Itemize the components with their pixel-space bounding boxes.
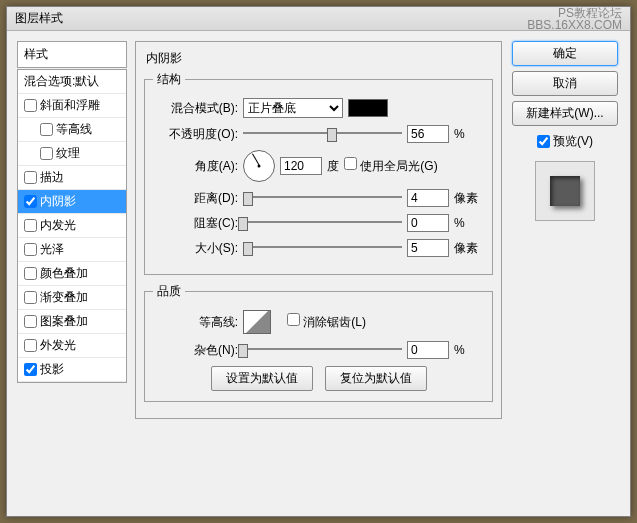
distance-label: 距离(D): xyxy=(153,190,238,207)
angle-label: 角度(A): xyxy=(153,158,238,175)
style-label-2: 等高线 xyxy=(56,121,92,138)
opacity-input[interactable] xyxy=(407,125,449,143)
style-label-8: 颜色叠加 xyxy=(40,265,88,282)
preview-checkbox[interactable] xyxy=(537,135,550,148)
style-label-6: 内发光 xyxy=(40,217,76,234)
choke-unit: % xyxy=(454,216,484,230)
style-item-0[interactable]: 混合选项:默认 xyxy=(18,70,126,94)
distance-input[interactable] xyxy=(407,189,449,207)
blend-mode-label: 混合模式(B): xyxy=(153,100,238,117)
settings-panel: 内阴影 结构 混合模式(B): 正片叠底 不透明度(O): % 角度(A): xyxy=(135,41,502,419)
size-label: 大小(S): xyxy=(153,240,238,257)
choke-label: 阻塞(C): xyxy=(153,215,238,232)
style-label-0: 混合选项:默认 xyxy=(24,73,99,90)
style-checkbox-3[interactable] xyxy=(40,147,53,160)
action-panel: 确定 取消 新建样式(W)... 预览(V) xyxy=(510,41,620,419)
styles-list: 混合选项:默认斜面和浮雕等高线纹理描边内阴影内发光光泽颜色叠加渐变叠加图案叠加外… xyxy=(17,69,127,383)
style-checkbox-10[interactable] xyxy=(24,315,37,328)
style-label-4: 描边 xyxy=(40,169,64,186)
noise-slider[interactable] xyxy=(243,342,402,358)
style-item-8[interactable]: 颜色叠加 xyxy=(18,262,126,286)
style-item-12[interactable]: 投影 xyxy=(18,358,126,382)
style-label-5: 内阴影 xyxy=(40,193,76,210)
window-title: 图层样式 xyxy=(15,10,63,27)
panel-title: 内阴影 xyxy=(144,50,493,67)
preview-box xyxy=(535,161,595,221)
noise-input[interactable] xyxy=(407,341,449,359)
reset-default-button[interactable]: 复位为默认值 xyxy=(325,366,427,391)
style-label-10: 图案叠加 xyxy=(40,313,88,330)
style-checkbox-8[interactable] xyxy=(24,267,37,280)
layer-style-dialog: 图层样式 PS教程论坛 BBS.16XX8.COM 样式 混合选项:默认斜面和浮… xyxy=(6,6,631,517)
opacity-unit: % xyxy=(454,127,484,141)
style-item-10[interactable]: 图案叠加 xyxy=(18,310,126,334)
style-checkbox-12[interactable] xyxy=(24,363,37,376)
style-label-3: 纹理 xyxy=(56,145,80,162)
style-item-7[interactable]: 光泽 xyxy=(18,238,126,262)
style-label-12: 投影 xyxy=(40,361,64,378)
choke-input[interactable] xyxy=(407,214,449,232)
title-bar: 图层样式 PS教程论坛 BBS.16XX8.COM xyxy=(7,7,630,31)
style-checkbox-11[interactable] xyxy=(24,339,37,352)
styles-panel: 样式 混合选项:默认斜面和浮雕等高线纹理描边内阴影内发光光泽颜色叠加渐变叠加图案… xyxy=(17,41,127,419)
style-item-9[interactable]: 渐变叠加 xyxy=(18,286,126,310)
angle-dial[interactable] xyxy=(243,150,275,182)
distance-slider[interactable] xyxy=(243,190,402,206)
style-checkbox-2[interactable] xyxy=(40,123,53,136)
global-light-checkbox[interactable] xyxy=(344,157,357,170)
noise-unit: % xyxy=(454,343,484,357)
blend-mode-select[interactable]: 正片叠底 xyxy=(243,98,343,118)
opacity-label: 不透明度(O): xyxy=(153,126,238,143)
preview-check[interactable]: 预览(V) xyxy=(537,133,593,150)
make-default-button[interactable]: 设置为默认值 xyxy=(211,366,313,391)
size-unit: 像素 xyxy=(454,240,484,257)
style-item-1[interactable]: 斜面和浮雕 xyxy=(18,94,126,118)
angle-unit: 度 xyxy=(327,158,339,175)
watermark: PS教程论坛 BBS.16XX8.COM xyxy=(527,7,622,31)
style-item-3[interactable]: 纹理 xyxy=(18,142,126,166)
style-checkbox-4[interactable] xyxy=(24,171,37,184)
style-checkbox-9[interactable] xyxy=(24,291,37,304)
antialias-checkbox[interactable] xyxy=(287,313,300,326)
style-checkbox-6[interactable] xyxy=(24,219,37,232)
style-item-5[interactable]: 内阴影 xyxy=(18,190,126,214)
angle-input[interactable] xyxy=(280,157,322,175)
antialias-check[interactable]: 消除锯齿(L) xyxy=(287,313,366,331)
style-checkbox-7[interactable] xyxy=(24,243,37,256)
style-label-11: 外发光 xyxy=(40,337,76,354)
style-checkbox-5[interactable] xyxy=(24,195,37,208)
structure-legend: 结构 xyxy=(153,71,185,88)
preview-swatch xyxy=(550,176,580,206)
style-label-9: 渐变叠加 xyxy=(40,289,88,306)
new-style-button[interactable]: 新建样式(W)... xyxy=(512,101,618,126)
style-item-6[interactable]: 内发光 xyxy=(18,214,126,238)
quality-group: 品质 等高线: 消除锯齿(L) 杂色(N): % 设置为默认值 复位为默认值 xyxy=(144,283,493,402)
contour-picker[interactable] xyxy=(243,310,271,334)
style-item-2[interactable]: 等高线 xyxy=(18,118,126,142)
style-checkbox-1[interactable] xyxy=(24,99,37,112)
size-input[interactable] xyxy=(407,239,449,257)
color-swatch[interactable] xyxy=(348,99,388,117)
ok-button[interactable]: 确定 xyxy=(512,41,618,66)
style-label-1: 斜面和浮雕 xyxy=(40,97,100,114)
noise-label: 杂色(N): xyxy=(153,342,238,359)
style-item-4[interactable]: 描边 xyxy=(18,166,126,190)
cancel-button[interactable]: 取消 xyxy=(512,71,618,96)
style-item-11[interactable]: 外发光 xyxy=(18,334,126,358)
choke-slider[interactable] xyxy=(243,215,402,231)
quality-legend: 品质 xyxy=(153,283,185,300)
opacity-slider[interactable] xyxy=(243,126,402,142)
structure-group: 结构 混合模式(B): 正片叠底 不透明度(O): % 角度(A): 度 xyxy=(144,71,493,275)
size-slider[interactable] xyxy=(243,240,402,256)
style-label-7: 光泽 xyxy=(40,241,64,258)
contour-label: 等高线: xyxy=(153,314,238,331)
styles-header[interactable]: 样式 xyxy=(17,41,127,68)
global-light-check[interactable]: 使用全局光(G) xyxy=(344,157,438,175)
distance-unit: 像素 xyxy=(454,190,484,207)
